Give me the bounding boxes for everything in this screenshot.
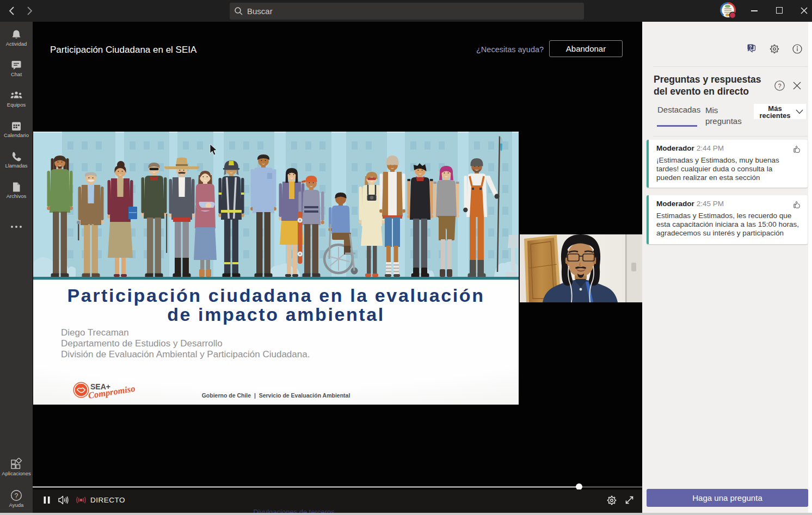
svg-text:?: ?: [778, 83, 781, 89]
svg-text:?: ?: [15, 492, 19, 500]
